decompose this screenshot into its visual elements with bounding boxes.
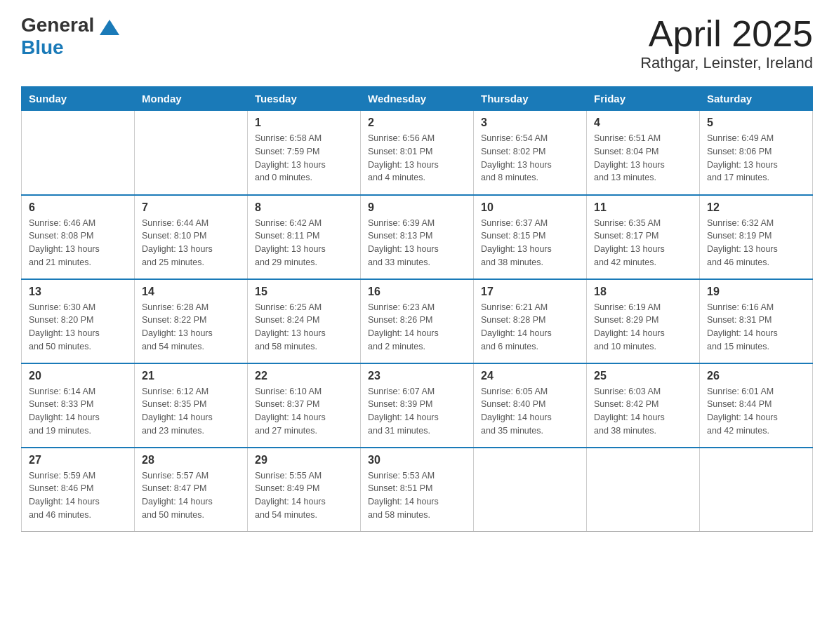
calendar-cell: 12Sunrise: 6:32 AMSunset: 8:19 PMDayligh… — [700, 195, 813, 279]
logo-general-text: General — [21, 14, 94, 36]
calendar-cell: 5Sunrise: 6:49 AMSunset: 8:06 PMDaylight… — [700, 111, 813, 195]
calendar-cell — [700, 448, 813, 532]
day-info: Sunrise: 5:59 AMSunset: 8:46 PMDaylight:… — [29, 469, 127, 522]
day-number: 28 — [142, 454, 240, 467]
calendar-cell: 3Sunrise: 6:54 AMSunset: 8:02 PMDaylight… — [474, 111, 587, 195]
day-header-tuesday: Tuesday — [248, 87, 361, 111]
calendar-cell — [587, 448, 700, 532]
logo-blue-text: Blue — [21, 36, 64, 59]
day-info: Sunrise: 6:14 AMSunset: 8:33 PMDaylight:… — [29, 385, 127, 438]
day-info: Sunrise: 6:05 AMSunset: 8:40 PMDaylight:… — [481, 385, 579, 438]
day-info: Sunrise: 5:53 AMSunset: 8:51 PMDaylight:… — [368, 469, 466, 522]
calendar-cell — [135, 111, 248, 195]
day-info: Sunrise: 6:12 AMSunset: 8:35 PMDaylight:… — [142, 385, 240, 438]
day-info: Sunrise: 6:46 AMSunset: 8:08 PMDaylight:… — [29, 217, 127, 269]
day-number: 18 — [594, 286, 692, 298]
day-info: Sunrise: 6:21 AMSunset: 8:28 PMDaylight:… — [481, 301, 579, 354]
day-number: 2 — [368, 116, 466, 129]
day-number: 26 — [707, 370, 805, 382]
day-number: 7 — [142, 201, 240, 214]
day-info: Sunrise: 6:56 AMSunset: 8:01 PMDaylight:… — [368, 132, 466, 185]
day-info: Sunrise: 6:03 AMSunset: 8:42 PMDaylight:… — [594, 385, 692, 438]
day-info: Sunrise: 6:28 AMSunset: 8:22 PMDaylight:… — [142, 301, 240, 354]
day-info: Sunrise: 6:16 AMSunset: 8:31 PMDaylight:… — [707, 301, 805, 354]
day-header-monday: Monday — [135, 87, 248, 111]
day-info: Sunrise: 6:42 AMSunset: 8:11 PMDaylight:… — [255, 217, 353, 269]
day-info: Sunrise: 6:23 AMSunset: 8:26 PMDaylight:… — [368, 301, 466, 354]
day-number: 24 — [481, 370, 579, 382]
day-header-thursday: Thursday — [474, 87, 587, 111]
week-row-3: 13Sunrise: 6:30 AMSunset: 8:20 PMDayligh… — [22, 279, 813, 363]
day-number: 9 — [368, 201, 466, 214]
day-info: Sunrise: 6:07 AMSunset: 8:39 PMDaylight:… — [368, 385, 466, 438]
page-header: General Blue April 2025 Rathgar, Leinste… — [21, 14, 813, 72]
day-number: 8 — [255, 201, 353, 214]
calendar-cell: 6Sunrise: 6:46 AMSunset: 8:08 PMDaylight… — [22, 195, 135, 279]
day-info: Sunrise: 6:49 AMSunset: 8:06 PMDaylight:… — [707, 132, 805, 185]
day-info: Sunrise: 6:58 AMSunset: 7:59 PMDaylight:… — [255, 132, 353, 185]
calendar-cell: 9Sunrise: 6:39 AMSunset: 8:13 PMDaylight… — [361, 195, 474, 279]
day-info: Sunrise: 6:32 AMSunset: 8:19 PMDaylight:… — [707, 217, 805, 269]
day-info: Sunrise: 6:19 AMSunset: 8:29 PMDaylight:… — [594, 301, 692, 354]
calendar-cell: 30Sunrise: 5:53 AMSunset: 8:51 PMDayligh… — [361, 448, 474, 532]
calendar-cell: 28Sunrise: 5:57 AMSunset: 8:47 PMDayligh… — [135, 448, 248, 532]
calendar-cell: 20Sunrise: 6:14 AMSunset: 8:33 PMDayligh… — [22, 363, 135, 448]
calendar-cell: 18Sunrise: 6:19 AMSunset: 8:29 PMDayligh… — [587, 279, 700, 363]
calendar-cell: 2Sunrise: 6:56 AMSunset: 8:01 PMDaylight… — [361, 111, 474, 195]
month-title: April 2025 — [640, 14, 813, 54]
day-number: 27 — [29, 454, 127, 467]
calendar-header-row: SundayMondayTuesdayWednesdayThursdayFrid… — [22, 87, 813, 111]
day-number: 1 — [255, 116, 353, 129]
calendar-cell: 13Sunrise: 6:30 AMSunset: 8:20 PMDayligh… — [22, 279, 135, 363]
calendar-cell: 14Sunrise: 6:28 AMSunset: 8:22 PMDayligh… — [135, 279, 248, 363]
day-number: 4 — [594, 116, 692, 129]
day-number: 5 — [707, 116, 805, 129]
day-info: Sunrise: 6:39 AMSunset: 8:13 PMDaylight:… — [368, 217, 466, 269]
calendar-cell: 26Sunrise: 6:01 AMSunset: 8:44 PMDayligh… — [700, 363, 813, 448]
day-number: 12 — [707, 201, 805, 214]
logo: General Blue — [21, 14, 119, 59]
week-row-4: 20Sunrise: 6:14 AMSunset: 8:33 PMDayligh… — [22, 363, 813, 448]
logo-triangle-icon — [100, 20, 119, 35]
calendar-cell: 19Sunrise: 6:16 AMSunset: 8:31 PMDayligh… — [700, 279, 813, 363]
calendar-cell: 27Sunrise: 5:59 AMSunset: 8:46 PMDayligh… — [22, 448, 135, 532]
calendar-cell: 11Sunrise: 6:35 AMSunset: 8:17 PMDayligh… — [587, 195, 700, 279]
day-info: Sunrise: 5:57 AMSunset: 8:47 PMDaylight:… — [142, 469, 240, 522]
day-number: 10 — [481, 201, 579, 214]
day-number: 23 — [368, 370, 466, 382]
calendar-cell: 21Sunrise: 6:12 AMSunset: 8:35 PMDayligh… — [135, 363, 248, 448]
day-info: Sunrise: 6:54 AMSunset: 8:02 PMDaylight:… — [481, 132, 579, 185]
day-header-wednesday: Wednesday — [361, 87, 474, 111]
calendar-cell — [474, 448, 587, 532]
calendar-cell: 23Sunrise: 6:07 AMSunset: 8:39 PMDayligh… — [361, 363, 474, 448]
calendar-cell — [22, 111, 135, 195]
day-number: 15 — [255, 286, 353, 298]
day-info: Sunrise: 6:01 AMSunset: 8:44 PMDaylight:… — [707, 385, 805, 438]
day-number: 14 — [142, 286, 240, 298]
day-info: Sunrise: 6:37 AMSunset: 8:15 PMDaylight:… — [481, 217, 579, 269]
title-area: April 2025 Rathgar, Leinster, Ireland — [640, 14, 813, 72]
calendar-cell: 8Sunrise: 6:42 AMSunset: 8:11 PMDaylight… — [248, 195, 361, 279]
calendar-cell: 29Sunrise: 5:55 AMSunset: 8:49 PMDayligh… — [248, 448, 361, 532]
day-number: 21 — [142, 370, 240, 382]
day-number: 11 — [594, 201, 692, 214]
day-header-saturday: Saturday — [700, 87, 813, 111]
day-number: 3 — [481, 116, 579, 129]
day-info: Sunrise: 6:25 AMSunset: 8:24 PMDaylight:… — [255, 301, 353, 354]
week-row-1: 1Sunrise: 6:58 AMSunset: 7:59 PMDaylight… — [22, 111, 813, 195]
day-number: 17 — [481, 286, 579, 298]
calendar-cell: 25Sunrise: 6:03 AMSunset: 8:42 PMDayligh… — [587, 363, 700, 448]
day-info: Sunrise: 6:35 AMSunset: 8:17 PMDaylight:… — [594, 217, 692, 269]
calendar-table: SundayMondayTuesdayWednesdayThursdayFrid… — [21, 86, 813, 532]
day-number: 20 — [29, 370, 127, 382]
calendar-cell: 1Sunrise: 6:58 AMSunset: 7:59 PMDaylight… — [248, 111, 361, 195]
day-number: 13 — [29, 286, 127, 298]
day-number: 6 — [29, 201, 127, 214]
day-number: 25 — [594, 370, 692, 382]
day-number: 19 — [707, 286, 805, 298]
week-row-2: 6Sunrise: 6:46 AMSunset: 8:08 PMDaylight… — [22, 195, 813, 279]
calendar-cell: 15Sunrise: 6:25 AMSunset: 8:24 PMDayligh… — [248, 279, 361, 363]
day-info: Sunrise: 6:51 AMSunset: 8:04 PMDaylight:… — [594, 132, 692, 185]
week-row-5: 27Sunrise: 5:59 AMSunset: 8:46 PMDayligh… — [22, 448, 813, 532]
calendar-cell: 24Sunrise: 6:05 AMSunset: 8:40 PMDayligh… — [474, 363, 587, 448]
